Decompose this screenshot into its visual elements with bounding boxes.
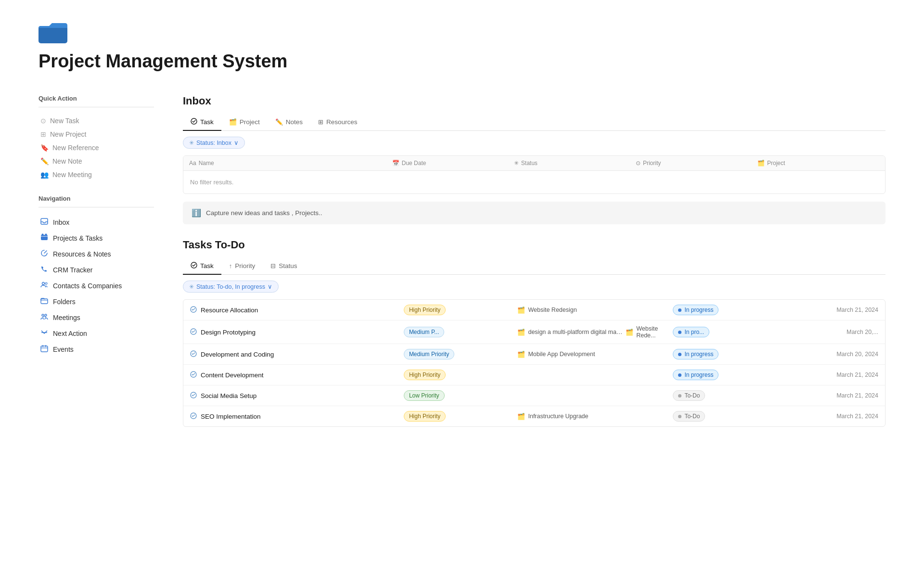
svg-point-16: [191, 262, 197, 268]
sidebar-item-next-action[interactable]: Next Action: [38, 325, 154, 341]
tasks-filter-spin-icon: ✳: [189, 283, 194, 290]
inbox-tabs: Task 🗂️ Project ✏️ Notes ⊞ Resources: [183, 114, 886, 131]
tasks-tab-task[interactable]: Task: [183, 258, 221, 275]
filter-spin-icon: ✳: [189, 140, 194, 146]
task-name-text: SEO Implementation: [201, 413, 261, 420]
status-badge: In progress: [673, 305, 719, 315]
divider: [38, 107, 154, 107]
info-banner: ℹ️ Capture new ideas and tasks , Project…: [183, 202, 886, 224]
sidebar-label-projects-tasks: Projects & Tasks: [53, 234, 103, 242]
nav-divider: [38, 207, 154, 207]
task-name-cell: Design Prototyping: [190, 328, 398, 336]
sidebar-item-events[interactable]: Events: [38, 341, 154, 357]
inbox-table-header: Aa Name 📅 Due Date ✳ Status ⊙: [183, 156, 885, 171]
meetings-icon: [40, 313, 48, 322]
task-row-icon: [190, 371, 197, 379]
sidebar-item-folders[interactable]: Folders: [38, 294, 154, 309]
table-row[interactable]: Design Prototyping Medium P... 🗂️ design…: [183, 321, 885, 344]
inbox-filter-badge[interactable]: ✳ Status: Inbox ∨: [183, 137, 245, 149]
task-project-cell: 🗂️ Infrastructure Upgrade: [517, 413, 667, 420]
quick-action-new-meeting[interactable]: 👥 New Meeting: [38, 168, 154, 181]
task-name-cell: Resource Allocation: [190, 306, 398, 314]
quick-action-new-project[interactable]: ⊞ New Project: [38, 128, 154, 141]
notes-tab-icon: ✏️: [275, 118, 283, 126]
tab-project[interactable]: 🗂️ Project: [221, 114, 268, 131]
resources-icon: [40, 249, 48, 258]
sidebar-item-crm-tracker[interactable]: CRM Tracker: [38, 262, 154, 278]
tasks-filter-row: ✳ Status: To-do, In progress ∨: [183, 281, 886, 293]
col-priority: ⊙ Priority: [636, 160, 757, 167]
task-priority-cell: High Priority: [404, 305, 512, 315]
priority-icon: ⊙: [636, 160, 641, 167]
status-dot: [678, 394, 681, 397]
task-project-extra: Website Rede...: [636, 325, 667, 339]
tasks-filter-chevron: ∨: [268, 283, 272, 290]
tab-resources-label: Resources: [326, 118, 358, 126]
task-status-cell: To-Do: [673, 390, 772, 401]
tasks-table: Resource Allocation High Priority 🗂️ Web…: [183, 299, 886, 427]
contacts-icon: [40, 281, 48, 290]
tasks-title: Tasks To-Do: [183, 239, 886, 251]
tab-resources[interactable]: ⊞ Resources: [310, 114, 365, 131]
task-project-name: Website Redesign: [528, 307, 577, 313]
priority-badge: High Priority: [404, 411, 446, 422]
col-due-date: 📅 Due Date: [392, 160, 514, 167]
project-tab-icon: 🗂️: [229, 118, 237, 126]
task-name-text: Social Media Setup: [201, 392, 257, 399]
table-row[interactable]: Content Development High Priority In pro…: [183, 365, 885, 385]
tasks-tab-status[interactable]: ⊟ Status: [263, 258, 305, 274]
sidebar-item-resources-notes[interactable]: Resources & Notes: [38, 246, 154, 262]
sidebar-item-inbox[interactable]: Inbox: [38, 214, 154, 230]
table-row[interactable]: Resource Allocation High Priority 🗂️ Web…: [183, 300, 885, 321]
task-name-text: Development and Coding: [201, 351, 274, 358]
svg-point-15: [191, 118, 197, 124]
tasks-filter-badge[interactable]: ✳ Status: To-do, In progress ∨: [183, 281, 279, 293]
status-icon: ✳: [514, 160, 519, 167]
sidebar-item-meetings[interactable]: Meetings: [38, 309, 154, 325]
table-row[interactable]: Development and Coding Medium Priority 🗂…: [183, 344, 885, 365]
inbox-icon: [40, 218, 48, 227]
sidebar-label-inbox: Inbox: [53, 218, 69, 226]
svg-rect-7: [41, 299, 48, 304]
sidebar-item-projects-tasks[interactable]: Projects & Tasks: [38, 230, 154, 246]
folders-icon: [40, 297, 48, 306]
priority-badge: Medium Priority: [404, 349, 454, 359]
quick-action-new-note[interactable]: ✏️ New Note: [38, 154, 154, 168]
task-priority-cell: Low Priority: [404, 390, 512, 401]
note-icon: ✏️: [40, 157, 49, 165]
meeting-icon-qa: 👥: [40, 171, 49, 179]
inbox-table: Aa Name 📅 Due Date ✳ Status ⊙: [183, 155, 886, 194]
svg-rect-1: [41, 218, 48, 224]
table-row[interactable]: Social Media Setup Low Priority To-Do: [183, 385, 885, 406]
table-row[interactable]: SEO Implementation High Priority 🗂️ Infr…: [183, 406, 885, 426]
col-project: 🗂️ Project: [757, 160, 879, 167]
task-priority-cell: Medium P...: [404, 327, 512, 337]
task-date-cell: March 21, 2024: [779, 372, 878, 378]
quick-action-new-task[interactable]: ⊙ New Task: [38, 114, 154, 128]
tab-task[interactable]: Task: [183, 114, 221, 131]
priority-badge: Low Priority: [404, 390, 445, 401]
priority-badge: Medium P...: [404, 327, 444, 337]
priority-badge: High Priority: [404, 370, 446, 380]
sidebar-item-contacts-companies[interactable]: Contacts & Companies: [38, 278, 154, 294]
task-icon: ⊙: [40, 117, 46, 125]
events-icon: [40, 345, 48, 354]
quick-action-new-reference[interactable]: 🔖 New Reference: [38, 141, 154, 154]
status-dot: [678, 415, 681, 418]
folder-icon: [38, 19, 67, 43]
tab-project-label: Project: [240, 118, 260, 126]
tasks-filter-label: Status: To-do, In progress: [196, 283, 265, 290]
tasks-task-tab-icon: [191, 262, 197, 270]
next-action-icon: [40, 329, 48, 338]
project-icon-qa: ⊞: [40, 130, 46, 138]
task-name-cell: Content Development: [190, 371, 398, 379]
tasks-tab-priority[interactable]: ↑ Priority: [221, 258, 263, 274]
tab-notes[interactable]: ✏️ Notes: [268, 114, 310, 131]
task-status-cell: In progress: [673, 349, 772, 359]
priority-badge: High Priority: [404, 305, 446, 315]
inbox-filter-row: ✳ Status: Inbox ∨: [183, 137, 886, 149]
task-project-cell: 🗂️ Website Redesign: [517, 307, 667, 314]
sidebar-label-events: Events: [53, 346, 74, 353]
svg-point-6: [45, 282, 47, 284]
sidebar-label-resources-notes: Resources & Notes: [53, 250, 111, 258]
